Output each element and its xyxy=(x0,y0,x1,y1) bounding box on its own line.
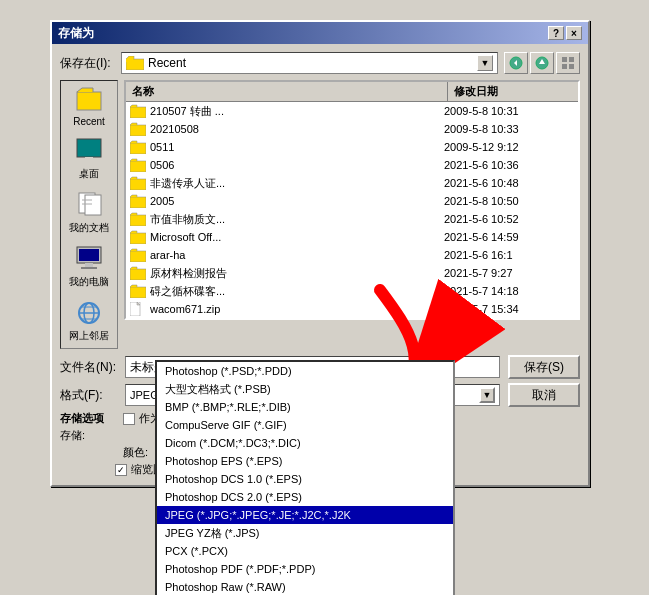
sidebar-item-desktop[interactable]: 桌面 xyxy=(63,134,115,184)
help-button[interactable]: ? xyxy=(548,26,564,40)
file-row[interactable]: 210507 转曲 ...2009-5-8 10:31 xyxy=(126,102,578,120)
format-option[interactable]: Photoshop Raw (*.RAW) xyxy=(157,578,453,595)
file-name: 0506 xyxy=(150,159,444,171)
recent-icon xyxy=(75,86,103,114)
dialog-title: 存储为 xyxy=(58,25,94,42)
svg-rect-29 xyxy=(130,143,146,154)
file-row[interactable]: 原材料检测报告2021-5-7 9:27 xyxy=(126,264,578,282)
file-date: 2021-5-7 15:34 xyxy=(444,303,574,315)
format-option[interactable]: JPEG YZ格 (*.JPS) xyxy=(157,524,453,542)
date-column-header[interactable]: 修改日期 xyxy=(448,82,578,101)
sidebar-recent-label: Recent xyxy=(73,116,105,127)
folder-icon xyxy=(130,248,146,262)
svg-rect-7 xyxy=(569,57,574,62)
svg-rect-36 xyxy=(130,269,146,280)
file-name: 市值非物质文... xyxy=(150,212,444,227)
format-option[interactable]: PCX (*.PCX) xyxy=(157,542,453,560)
file-row[interactable]: 202105082009-5-8 10:33 xyxy=(126,120,578,138)
save-in-dropdown-arrow[interactable]: ▼ xyxy=(477,55,493,71)
format-option[interactable]: Photoshop DCS 2.0 (*.EPS) xyxy=(157,488,453,506)
format-option[interactable]: CompuServe GIF (*.GIF) xyxy=(157,416,453,434)
format-option[interactable]: BMP (*.BMP;*.RLE;*.DIB) xyxy=(157,398,453,416)
format-option[interactable]: Photoshop (*.PSD;*.PDD) xyxy=(157,362,453,380)
folder-icon xyxy=(130,140,146,154)
file-name: 20210508 xyxy=(150,123,444,135)
folder-icon xyxy=(130,104,146,118)
format-dropdown-arrow[interactable]: ▼ xyxy=(479,387,495,403)
back-button[interactable] xyxy=(504,52,528,74)
file-row[interactable]: 碍之循杯碟客...2021-5-7 14:18 xyxy=(126,282,578,300)
file-row[interactable]: 05112009-5-12 9:12 xyxy=(126,138,578,156)
file-row[interactable]: Microsoft Off...2021-5-6 14:59 xyxy=(126,228,578,246)
file-row[interactable]: 05062021-5-6 10:36 xyxy=(126,156,578,174)
svg-rect-13 xyxy=(81,160,97,162)
file-name: arar-ha xyxy=(150,249,444,261)
preview-checkbox[interactable]: ✓ xyxy=(115,464,127,476)
documents-icon xyxy=(75,191,103,219)
svg-rect-6 xyxy=(562,57,567,62)
file-name: 210507 转曲 ... xyxy=(150,104,444,119)
file-row[interactable]: wacom671.zip2021-5-7 15:34 xyxy=(126,300,578,318)
file-date: 2021-5-6 10:48 xyxy=(444,177,574,189)
save-options-title: 存储选项 xyxy=(60,411,115,426)
svg-rect-31 xyxy=(130,179,146,190)
format-label: 格式(F): xyxy=(60,387,125,404)
sidebar-network-label: 网上邻居 xyxy=(69,329,109,343)
sidebar-item-computer[interactable]: 我的电脑 xyxy=(63,242,115,292)
save-in-label: 保存在(I): xyxy=(60,55,115,72)
file-date: 2009-5-8 10:31 xyxy=(444,105,574,117)
file-list[interactable]: 名称 修改日期 210507 转曲 ...2009-5-8 10:3120210… xyxy=(124,80,580,320)
close-button[interactable]: × xyxy=(566,26,582,40)
save-in-combo[interactable]: Recent ▼ xyxy=(121,52,498,74)
svg-rect-30 xyxy=(130,161,146,172)
up-folder-button[interactable] xyxy=(530,52,554,74)
svg-rect-37 xyxy=(130,287,146,298)
folder-icon xyxy=(130,122,146,136)
sidebar-computer-label: 我的电脑 xyxy=(69,275,109,289)
sidebar-documents-label: 我的文档 xyxy=(69,221,109,235)
svg-rect-10 xyxy=(77,92,101,110)
sidebar-desktop-label: 桌面 xyxy=(79,167,99,181)
sidebar-item-documents[interactable]: 我的文档 xyxy=(63,188,115,238)
folder-icon xyxy=(130,176,146,190)
view-button[interactable] xyxy=(556,52,580,74)
format-option[interactable]: Dicom (*.DCM;*.DC3;*.DIC) xyxy=(157,434,453,452)
svg-rect-35 xyxy=(130,251,146,262)
folder-icon xyxy=(130,194,146,208)
file-name: 原材料检测报告 xyxy=(150,266,444,281)
sidebar-item-recent[interactable]: Recent xyxy=(63,83,115,130)
file-name: wacom671.zip xyxy=(150,303,444,315)
format-option[interactable]: JPEG (*.JPG;*.JPEG;*.JE;*.J2C,*.J2K xyxy=(157,506,453,524)
file-row[interactable]: 非遗传承人证...2021-5-6 10:48 xyxy=(126,174,578,192)
file-name: 非遗传承人证... xyxy=(150,176,444,191)
name-column-header[interactable]: 名称 xyxy=(126,82,448,101)
format-option[interactable]: Photoshop DCS 1.0 (*.EPS) xyxy=(157,470,453,488)
file-date: 2009-5-8 10:33 xyxy=(444,123,574,135)
folder-icon xyxy=(130,266,146,280)
file-name: Microsoft Off... xyxy=(150,231,444,243)
format-dropdown-list[interactable]: Photoshop (*.PSD;*.PDD)大型文档格式 (*.PSB)BMP… xyxy=(155,360,455,595)
file-row[interactable]: arar-ha2021-5-6 16:1 xyxy=(126,246,578,264)
svg-rect-28 xyxy=(130,125,146,136)
file-row[interactable]: 市值非物质文...2021-5-6 10:52 xyxy=(126,210,578,228)
as-copy-checkbox[interactable] xyxy=(123,413,135,425)
sidebar-item-network[interactable]: 网上邻居 xyxy=(63,296,115,346)
file-date: 2021-5-6 16:1 xyxy=(444,249,574,261)
format-option[interactable]: 大型文档格式 (*.PSB) xyxy=(157,380,453,398)
file-date: 2021-5-6 10:52 xyxy=(444,213,574,225)
svg-rect-32 xyxy=(130,197,146,208)
svg-rect-15 xyxy=(85,195,101,215)
file-row[interactable]: 20052021-5-8 10:50 xyxy=(126,192,578,210)
file-name: 碍之循杯碟客... xyxy=(150,284,444,299)
svg-rect-27 xyxy=(130,107,146,118)
svg-rect-21 xyxy=(81,267,97,269)
svg-rect-1 xyxy=(126,59,133,62)
format-option[interactable]: Photoshop PDF (*.PDF;*.PDP) xyxy=(157,560,453,578)
cancel-button[interactable]: 取消 xyxy=(508,383,580,407)
file-list-header: 名称 修改日期 xyxy=(126,82,578,102)
file-icon xyxy=(130,302,146,316)
format-option[interactable]: Photoshop EPS (*.EPS) xyxy=(157,452,453,470)
file-row[interactable]: wacom6712021-5-7 15:38 xyxy=(126,318,578,320)
sidebar: Recent 桌面 xyxy=(60,80,118,349)
save-button[interactable]: 保存(S) xyxy=(508,355,580,379)
